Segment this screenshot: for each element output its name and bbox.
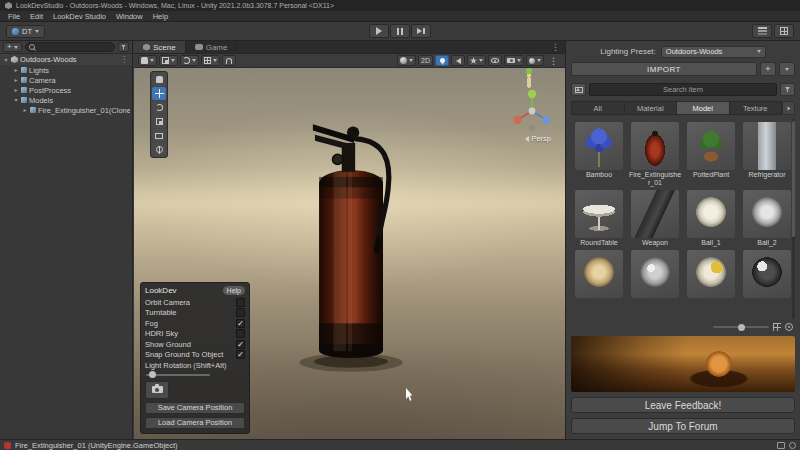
import-button[interactable]: IMPORT (571, 62, 757, 76)
bamboo-thumbnail[interactable] (575, 122, 623, 170)
tab-game[interactable]: Game (186, 41, 238, 53)
hand-tool-dropdown[interactable] (138, 55, 157, 66)
light-rotation-slider[interactable] (146, 374, 210, 376)
scrollbar[interactable] (792, 119, 795, 319)
slider-knob[interactable] (738, 324, 745, 331)
grid-visibility-dropdown[interactable] (201, 55, 220, 66)
expand-arrow-icon[interactable]: ▸ (22, 107, 28, 113)
lookdev-checkbox[interactable]: ✓ (236, 350, 245, 359)
lookdev-checkbox[interactable]: ✓ (236, 319, 245, 328)
asset-item-pottedplant[interactable]: PottedPlant (683, 119, 739, 187)
scale-tool-button[interactable] (152, 115, 166, 128)
draw-mode-dropdown[interactable] (397, 55, 416, 66)
hidden-objects-button[interactable] (488, 55, 502, 66)
grid-view-icon[interactable] (773, 323, 781, 331)
menu-item-edit[interactable]: Edit (25, 11, 48, 21)
menu-item-file[interactable]: File (3, 11, 25, 21)
asset-item-ball-2[interactable]: Ball_2 (739, 187, 795, 247)
pivot-mode-dropdown[interactable] (159, 55, 178, 66)
lookdev-checkbox[interactable] (236, 308, 245, 317)
transform-tool-button[interactable] (152, 143, 166, 156)
asset-item-ball-1[interactable]: Ball_1 (683, 187, 739, 247)
expand-arrow-icon[interactable]: ▾ (13, 97, 19, 103)
ball-1-thumbnail[interactable] (687, 190, 735, 238)
hierarchy-search-input[interactable] (25, 42, 115, 52)
slider-knob[interactable] (149, 371, 156, 378)
rotate-tool-button[interactable] (152, 101, 166, 114)
asset-item-fire-extinguisher-01[interactable]: Fire_Extinguisher_01 (627, 119, 683, 187)
expand-arrow-icon[interactable]: ▸ (13, 87, 19, 93)
layers-dropdown[interactable] (752, 24, 772, 38)
orientation-gizmo[interactable] (509, 88, 555, 134)
effects-dropdown[interactable] (467, 55, 486, 66)
step-button[interactable] (411, 24, 431, 38)
help-button[interactable]: Help (223, 286, 245, 295)
lookdev-checkbox[interactable] (236, 298, 245, 307)
leave-feedback-button[interactable]: Leave Feedback! (571, 397, 795, 413)
lookdev-checkbox[interactable]: ✓ (236, 340, 245, 349)
hierarchy-item-camera[interactable]: ▸Camera (0, 75, 132, 85)
import-add-button[interactable]: + (760, 62, 776, 76)
pivot-rotation-dropdown[interactable] (180, 55, 199, 66)
import-options-dropdown[interactable] (779, 62, 795, 76)
jump-to-forum-button[interactable]: Jump To Forum (571, 418, 795, 434)
weapon-thumbnail[interactable] (631, 190, 679, 238)
menu-item-help[interactable]: Help (148, 11, 173, 21)
scene-overflow-menu[interactable]: ⋮ (546, 55, 561, 66)
asset-item-thumb-10[interactable] (683, 247, 739, 299)
hierarchy-filter-button[interactable] (118, 42, 129, 52)
2d-toggle-button[interactable]: 2D (418, 55, 433, 66)
hierarchy-item-lights[interactable]: ▸Lights (0, 65, 132, 75)
console-icon[interactable] (777, 442, 785, 449)
asset-filter-button[interactable] (780, 83, 795, 96)
create-object-button[interactable]: + (3, 42, 22, 52)
asset-item-thumb-8[interactable] (571, 247, 627, 299)
tab-texture[interactable]: Texture (729, 101, 783, 115)
status-message[interactable]: Fire_Extinguisher_01 (UnityEngine.GameOb… (15, 441, 178, 450)
lookdev-checkbox[interactable] (236, 329, 245, 338)
snap-toggle-button[interactable] (222, 55, 236, 66)
camera-settings-dropdown[interactable] (504, 55, 524, 66)
pause-button[interactable] (390, 24, 410, 38)
expand-arrow-icon[interactable]: ▸ (13, 77, 19, 83)
expand-arrow-icon[interactable]: ▾ (3, 57, 9, 63)
asset-item-roundtable[interactable]: RoundTable (571, 187, 627, 247)
tab-model[interactable]: Model (676, 101, 729, 115)
hierarchy-item-models[interactable]: ▾Models (0, 95, 132, 105)
tab-all[interactable]: All (571, 101, 624, 115)
settings-icon[interactable] (785, 323, 793, 331)
hierarchy-item-fire-extinguisher-01-clone[interactable]: ▸Fire_Extinguisher_01(Clone) (0, 105, 132, 115)
asset-thumbnail[interactable] (575, 250, 623, 298)
asset-item-weapon[interactable]: Weapon (627, 187, 683, 247)
asset-item-thumb-9[interactable] (627, 247, 683, 299)
tab-scene[interactable]: Scene (134, 41, 186, 53)
play-button[interactable] (369, 24, 389, 38)
refrigerator-thumbnail[interactable] (743, 122, 791, 170)
menu-item-lookdev-studio[interactable]: LookDev Studio (48, 11, 111, 21)
asset-search-input[interactable]: Search item (589, 83, 777, 96)
layout-dropdown[interactable] (774, 24, 794, 38)
ball-2-thumbnail[interactable] (743, 190, 791, 238)
hierarchy-scene-root[interactable]: ▾ Outdoors-Woods ⋮ (0, 54, 132, 65)
asset-item-thumb-11[interactable] (739, 247, 795, 299)
audio-toggle-button[interactable] (451, 55, 465, 66)
hierarchy-item-postprocess[interactable]: ▸PostProcess (0, 85, 132, 95)
load-camera-position-button[interactable]: Load Camera Position (145, 417, 245, 429)
screenshot-button[interactable] (145, 381, 169, 399)
asset-view-toggle-button[interactable] (571, 83, 586, 96)
projection-mode-label[interactable]: Persp (525, 134, 551, 143)
roundtable-thumbnail[interactable] (575, 190, 623, 238)
expand-arrow-icon[interactable]: ▸ (13, 67, 19, 73)
asset-thumbnail[interactable] (631, 250, 679, 298)
pottedplant-thumbnail[interactable] (687, 122, 735, 170)
overflow-menu-icon[interactable]: ⋮ (118, 55, 130, 64)
fire-extinguisher-01-thumbnail[interactable] (631, 122, 679, 170)
move-tool-button[interactable] (152, 87, 166, 100)
rect-tool-button[interactable] (152, 129, 166, 142)
asset-item-bamboo[interactable]: Bamboo (571, 119, 627, 187)
menu-item-window[interactable]: Window (111, 11, 148, 21)
lighting-preset-dropdown[interactable]: Outdoors-Woods (661, 46, 766, 58)
tab-material[interactable]: Material (624, 101, 677, 115)
tab-scroll-button[interactable] (782, 101, 795, 115)
lighting-toggle-button[interactable] (435, 55, 449, 66)
